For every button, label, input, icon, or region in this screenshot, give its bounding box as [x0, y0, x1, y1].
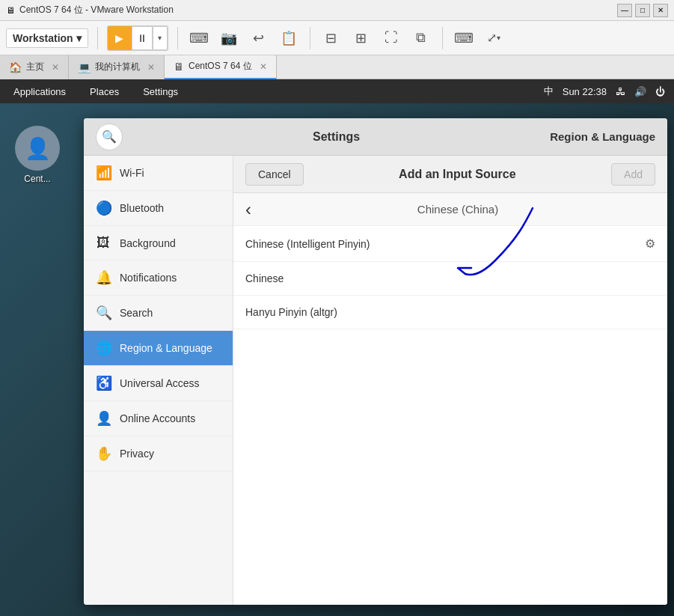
revert-button[interactable]: ↩	[247, 26, 271, 50]
settings-title: Settings	[135, 130, 538, 144]
search-sidebar-icon: 🔍	[96, 305, 111, 321]
sidebar-item-bluetooth[interactable]: 🔵 Bluetooth	[84, 191, 233, 226]
centos-icon: 🖥	[174, 61, 184, 73]
list-item-intelligent-pinyin[interactable]: Chinese (Intelligent Pinyin) ⚙	[233, 226, 667, 262]
gnome-topbar: Applications Places Settings 中 Sun 22:38…	[0, 79, 674, 103]
title-bar: 🖥 CentOS 7 64 位 - VMware Workstation — □…	[0, 0, 674, 21]
console-button[interactable]: ⌨	[452, 26, 476, 50]
scale-dropdown: ▾	[497, 34, 500, 42]
send-ctrl-alt-del-button[interactable]: ⌨	[187, 26, 211, 50]
sidebar-item-search[interactable]: 🔍 Search	[84, 296, 233, 331]
power-icon[interactable]: ⏻	[655, 86, 665, 97]
sidebar-item-universal[interactable]: ♿ Universal Access	[84, 366, 233, 401]
title-bar-controls: — □ ✕	[617, 4, 668, 17]
toolbar-separator-1	[97, 27, 98, 49]
background-icon: 🖼	[96, 235, 111, 251]
settings-sidebar: 📶 Wi-Fi 🔵 Bluetooth 🖼 Background 🔔 Notif…	[84, 156, 233, 605]
gnome-settings-menu[interactable]: Settings	[138, 83, 183, 100]
user-label: Cent...	[24, 174, 50, 184]
list-item-hanyu-pinyin[interactable]: Hanyu Pinyin (altgr)	[233, 296, 667, 329]
desktop: 👤 Cent... 🔍 Settings Region & Language 📶…	[0, 103, 674, 616]
online-icon: 👤	[96, 410, 111, 427]
dialog-title: Add an Input Source	[313, 168, 602, 181]
dialog-header: Cancel Add an Input Source Add	[233, 156, 667, 193]
minimize-button[interactable]: —	[617, 4, 632, 17]
list-item-chinese[interactable]: Chinese	[233, 262, 667, 296]
tab-centos[interactable]: 🖥 CentOS 7 64 位 ✕	[165, 55, 277, 79]
tab-mypc-close[interactable]: ✕	[147, 62, 155, 73]
settings-window: 🔍 Settings Region & Language 📶 Wi-Fi 🔵 B…	[84, 118, 667, 605]
gnome-lang-indicator[interactable]: 中	[544, 85, 554, 98]
gnome-places-menu[interactable]: Places	[85, 83, 123, 100]
user-avatar: 👤	[15, 126, 60, 171]
home-icon: 🏠	[9, 61, 22, 73]
tab-home[interactable]: 🏠 主页 ✕	[0, 55, 69, 79]
universal-icon: ♿	[96, 375, 111, 391]
notifications-icon: 🔔	[96, 269, 111, 286]
close-button[interactable]: ✕	[653, 4, 668, 17]
fit-window-button[interactable]: ⊞	[349, 26, 373, 50]
sidebar-item-background[interactable]: 🖼 Background	[84, 226, 233, 260]
sidebar-background-label: Background	[120, 237, 176, 249]
fit-guest-button[interactable]: ⊟	[319, 26, 343, 50]
subheader-title: Chinese (China)	[260, 203, 655, 216]
scale-button[interactable]: ⤢ ▾	[482, 26, 506, 50]
sidebar-item-privacy[interactable]: ✋ Privacy	[84, 436, 233, 472]
tab-home-label: 主页	[26, 61, 44, 73]
sidebar-bluetooth-label: Bluetooth	[120, 202, 164, 214]
gnome-clock[interactable]: Sun 22:38	[563, 86, 607, 97]
dropdown-playback[interactable]: ▾	[153, 26, 168, 50]
volume-icon[interactable]: 🔊	[634, 86, 646, 97]
tab-mypc[interactable]: 💻 我的计算机 ✕	[69, 55, 165, 79]
tab-home-close[interactable]: ✕	[52, 62, 59, 73]
maximize-button[interactable]: □	[635, 4, 650, 17]
dialog-list: Chinese (Intelligent Pinyin) ⚙ Chinese H…	[233, 226, 667, 605]
hanyu-pinyin-label: Hanyu Pinyin (altgr)	[245, 306, 337, 318]
add-input-source-dialog: Cancel Add an Input Source Add ‹ Chinese…	[233, 156, 667, 605]
sidebar-online-label: Online Accounts	[120, 412, 195, 424]
region-icon: 🌐	[96, 340, 111, 356]
privacy-icon: ✋	[96, 445, 111, 462]
unity-button[interactable]: ⧉	[409, 26, 433, 50]
manage-button[interactable]: 📋	[277, 26, 301, 50]
fullscreen-button[interactable]: ⛶	[379, 26, 403, 50]
wifi-icon: 📶	[96, 165, 111, 181]
back-button[interactable]: ‹	[245, 201, 251, 219]
network-icon[interactable]: 🖧	[616, 86, 625, 97]
sidebar-search-label: Search	[120, 307, 153, 319]
title-bar-left: 🖥 CentOS 7 64 位 - VMware Workstation	[6, 4, 174, 16]
bluetooth-icon: 🔵	[96, 200, 111, 216]
gnome-applications-menu[interactable]: Applications	[9, 83, 70, 100]
sidebar-item-region[interactable]: 🌐 Region & Language	[84, 331, 233, 366]
dropdown-icon: ▾	[76, 32, 82, 44]
settings-search-button[interactable]: 🔍	[96, 123, 123, 150]
playback-controls: ▶ ⏸ ▾	[107, 25, 168, 51]
play-button[interactable]: ▶	[108, 26, 132, 50]
sidebar-item-online[interactable]: 👤 Online Accounts	[84, 401, 233, 436]
tab-centos-close[interactable]: ✕	[260, 61, 267, 72]
snapshot-button[interactable]: 📷	[217, 26, 241, 50]
pause-button[interactable]: ⏸	[132, 26, 153, 50]
desktop-user: 👤 Cent...	[0, 126, 75, 201]
gnome-topbar-right: 中 Sun 22:38 🖧 🔊 ⏻	[544, 85, 665, 98]
settings-body: 📶 Wi-Fi 🔵 Bluetooth 🖼 Background 🔔 Notif…	[84, 156, 667, 605]
settings-section-title: Region & Language	[550, 130, 655, 143]
window-title: CentOS 7 64 位 - VMware Workstation	[19, 4, 174, 16]
settings-header: 🔍 Settings Region & Language	[84, 118, 667, 156]
workstation-button[interactable]: Workstation ▾	[6, 28, 88, 48]
add-button[interactable]: Add	[611, 163, 655, 186]
sidebar-item-notifications[interactable]: 🔔 Notifications	[84, 260, 233, 296]
mypc-icon: 💻	[78, 61, 91, 73]
tab-centos-label: CentOS 7 64 位	[189, 60, 252, 73]
intelligent-pinyin-label: Chinese (Intelligent Pinyin)	[245, 238, 370, 250]
gear-icon-intelligent-pinyin[interactable]: ⚙	[645, 237, 655, 251]
search-icon: 🔍	[102, 129, 117, 144]
cancel-button[interactable]: Cancel	[245, 163, 304, 186]
toolbar-separator-3	[310, 27, 310, 49]
toolbar-separator-2	[177, 27, 178, 49]
vmware-toolbar: Workstation ▾ ▶ ⏸ ▾ ⌨ 📷 ↩ 📋 ⊟ ⊞ ⛶ ⧉ ⌨ ⤢ …	[0, 21, 674, 55]
sidebar-privacy-label: Privacy	[120, 448, 154, 460]
dialog-subheader: ‹ Chinese (China)	[233, 193, 667, 226]
sidebar-item-wifi[interactable]: 📶 Wi-Fi	[84, 156, 233, 191]
chinese-label: Chinese	[245, 272, 284, 284]
